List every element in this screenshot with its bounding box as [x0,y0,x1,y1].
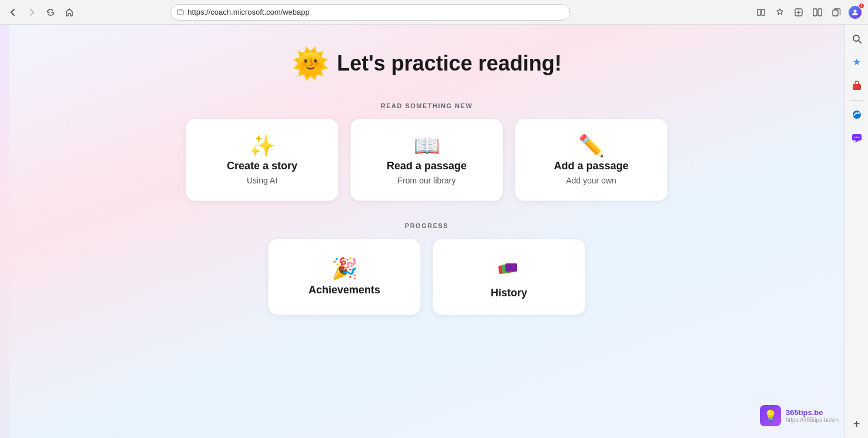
read-passage-title: Read a passage [387,160,467,172]
edge-sidebar: + [844,25,868,438]
watermark: 💡 365tips.be https://365tips.be/en [760,405,839,426]
sidebar-briefcase-icon[interactable] [847,76,866,95]
nav-buttons [5,4,78,21]
watermark-icon: 💡 [764,409,777,422]
main-content: 🌞 Let's practice reading! READ SOMETHING… [9,25,844,438]
main-wrapper: 🌞 Let's practice reading! READ SOMETHING… [0,25,868,438]
forward-button[interactable] [24,4,40,21]
sparkles-icon: ✨ [249,135,276,156]
sidebar-divider [850,100,864,101]
watermark-info: 365tips.be https://365tips.be/en [786,408,839,423]
history-card[interactable]: History [433,239,585,315]
progress-label: PROGRESS [56,222,797,229]
read-new-section: READ SOMETHING NEW ✨ Create a story Usin… [56,102,797,201]
browser-chrome: https://coach.microsoft.com/webapp [0,0,868,25]
sidebar-search-icon[interactable] [847,29,866,48]
watermark-badge: 💡 [760,405,781,426]
svg-rect-2 [813,9,817,16]
add-passage-title: Add a passage [554,160,628,172]
read-new-label: READ SOMETHING NEW [56,102,797,109]
svg-rect-3 [818,9,822,16]
history-title: History [491,287,527,299]
home-button[interactable] [61,4,78,21]
back-button[interactable] [5,4,21,21]
sidebar-chat-icon[interactable] [847,129,866,148]
extensions-button[interactable] [790,4,807,21]
url-text: https://coach.microsoft.com/webapp [187,8,309,16]
svg-point-14 [856,137,857,138]
achievements-title: Achievements [309,284,380,296]
favorites-button[interactable] [772,4,788,21]
svg-point-15 [858,137,859,138]
progress-cards: 🎉 Achievements History [56,239,797,315]
book-icon: 📖 [414,135,440,156]
left-decorative-panel [0,25,9,438]
address-bar[interactable]: https://coach.microsoft.com/webapp [170,4,570,21]
svg-point-13 [854,137,855,138]
split-view-button[interactable] [809,4,826,21]
achievements-card[interactable]: 🎉 Achievements [268,239,421,315]
sidebar-edge-icon[interactable] [847,105,866,124]
progress-section: PROGRESS 🎉 Achievements His [56,222,797,315]
svg-rect-0 [177,10,183,15]
party-icon: 🎉 [331,258,358,279]
page-title: Let's practice reading! [337,51,562,76]
create-story-subtitle: Using AI [247,176,277,185]
sidebar-add-icon[interactable]: + [847,414,866,433]
read-new-cards: ✨ Create a story Using AI 📖 Read a passa… [56,119,797,201]
pencil-icon: ✏️ [578,135,605,156]
add-passage-card[interactable]: ✏️ Add a passage Add your own [515,119,668,201]
sidebar-favorites-icon[interactable] [847,53,866,72]
watermark-name: 365tips.be [786,408,839,417]
reader-view-button[interactable] [753,4,769,21]
svg-rect-4 [833,10,838,16]
page-header: 🌞 Let's practice reading! [56,48,797,79]
read-passage-card[interactable]: 📖 Read a passage From our library [350,119,503,201]
books-icon [496,255,522,282]
refresh-button[interactable] [42,4,59,21]
read-passage-subtitle: From our library [398,176,456,185]
svg-point-11 [853,111,861,119]
create-story-card[interactable]: ✨ Create a story Using AI [186,119,339,201]
add-passage-subtitle: Add your own [566,176,616,185]
collections-button[interactable] [828,4,844,21]
create-story-title: Create a story [227,160,297,172]
svg-rect-8 [505,263,517,272]
profile-button[interactable]: 1 [847,4,863,21]
svg-point-5 [853,9,856,12]
svg-rect-10 [853,84,861,90]
browser-actions: 1 [753,4,863,21]
watermark-url: https://365tips.be/en [786,417,839,423]
sun-emoji: 🌞 [291,48,330,79]
